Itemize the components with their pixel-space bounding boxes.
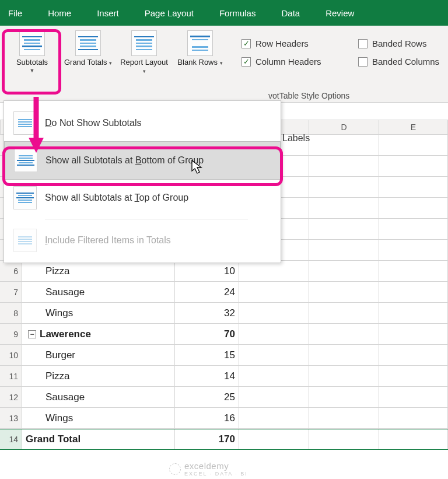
- column-headers-checkbox[interactable]: ✓Column Headers: [242, 57, 341, 67]
- tab-formulas[interactable]: Formulas: [206, 0, 269, 26]
- subtotals-label: Subtotals: [16, 58, 48, 67]
- blank-rows-icon: [187, 30, 213, 56]
- checkbox-icon: [358, 39, 368, 48]
- tab-insert[interactable]: Insert: [84, 0, 132, 26]
- report-layout-icon: [131, 30, 157, 56]
- report-layout-button[interactable]: Report Layout ▾: [119, 30, 169, 102]
- grand-totals-button[interactable]: Grand Totals ▾: [63, 30, 113, 102]
- ribbon-panel: Subtotals ▼ Grand Totals ▾ Report Layout…: [0, 26, 448, 103]
- row-headers-checkbox[interactable]: ✓Row Headers: [242, 39, 341, 48]
- checkbox-icon: [358, 57, 368, 67]
- chevron-down-icon: ▼: [30, 68, 35, 74]
- subtotals-icon: [19, 30, 45, 56]
- grand-totals-label: Grand Totals ▾: [64, 58, 112, 67]
- tab-home[interactable]: Home: [35, 0, 84, 26]
- blank-rows-label: Blank Rows ▾: [177, 58, 222, 67]
- tab-data[interactable]: Data: [268, 0, 313, 26]
- checkbox-icon: ✓: [242, 57, 251, 67]
- ribbon-tab-bar: File Home Insert Page Layout Formulas Da…: [0, 0, 448, 26]
- grand-totals-icon: [75, 30, 101, 56]
- blank-rows-button[interactable]: Blank Rows ▾: [175, 30, 225, 102]
- tab-file[interactable]: File: [0, 0, 35, 26]
- tab-review[interactable]: Review: [313, 0, 367, 26]
- group-title-partial: votTable Style Options: [268, 91, 349, 100]
- report-layout-label: Report Layout ▾: [119, 58, 169, 75]
- subtotals-button[interactable]: Subtotals ▼: [7, 30, 57, 102]
- layout-group: Subtotals ▼ Grand Totals ▾ Report Layout…: [0, 26, 231, 102]
- banded-rows-checkbox[interactable]: Banded Rows: [358, 39, 448, 48]
- tab-page-layout[interactable]: Page Layout: [132, 0, 206, 26]
- checkbox-icon: ✓: [242, 39, 251, 48]
- banded-columns-checkbox[interactable]: Banded Columns: [358, 57, 448, 67]
- subtotals-dropdown: Do Not Show Subtotals Show all Subtotals…: [4, 100, 281, 103]
